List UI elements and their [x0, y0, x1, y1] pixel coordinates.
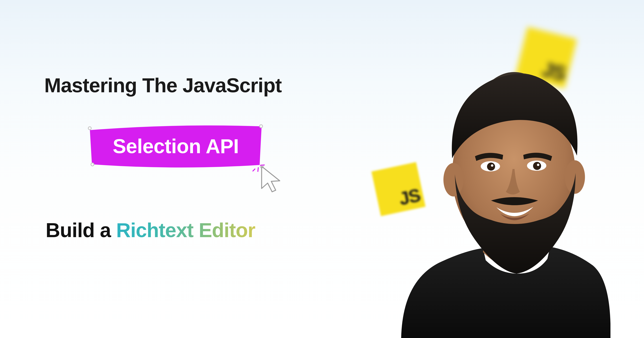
subtitle-highlight: Richtext Editor	[116, 219, 255, 242]
badge-label: Selection API	[88, 135, 263, 158]
headline-block: Mastering The JavaScript	[44, 74, 282, 97]
svg-point-10	[533, 162, 541, 170]
subtitle: Build a Richtext Editor	[46, 219, 255, 242]
subtitle-prefix: Build a	[46, 219, 116, 242]
svg-point-7	[487, 162, 495, 170]
svg-point-4	[444, 163, 464, 196]
svg-point-5	[565, 160, 585, 194]
selection-badge: Selection API	[88, 125, 263, 168]
svg-line-1	[258, 168, 258, 172]
headline-line1: Mastering The JavaScript	[44, 74, 282, 97]
selection-handle-icon	[259, 124, 263, 128]
presenter-photo	[389, 43, 610, 338]
cursor-pointer-icon	[259, 165, 286, 196]
selection-handle-icon	[88, 126, 92, 130]
selection-handle-icon	[90, 162, 94, 166]
svg-line-0	[253, 169, 255, 171]
svg-point-11	[537, 164, 539, 166]
svg-point-8	[491, 164, 493, 167]
